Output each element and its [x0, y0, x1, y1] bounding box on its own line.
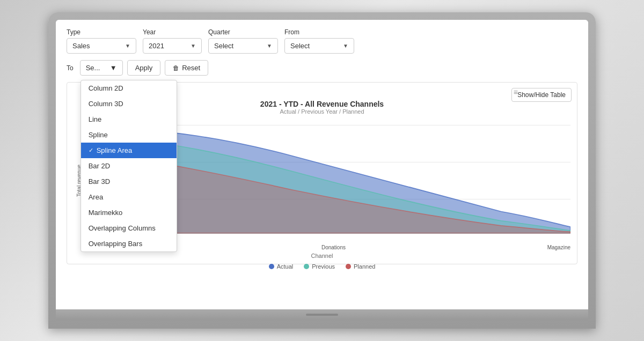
app-container: Type Sales ▼ Year 2021 ▼ Quarter	[56, 20, 588, 309]
legend-dot-actual	[269, 264, 274, 269]
chart-legend: Actual Previous Planned	[74, 263, 570, 270]
dropdown-item-line[interactable]: Line	[81, 112, 177, 127]
to-label: To	[67, 64, 74, 72]
to-value: Se...	[86, 64, 100, 72]
laptop-bottom	[56, 309, 588, 320]
legend-dot-previous	[304, 264, 309, 269]
dropdown-item-column-2d-label: Column 2D	[89, 84, 123, 92]
from-value: Select	[290, 42, 310, 50]
chart-menu-icon[interactable]: ≡	[514, 88, 518, 97]
type-select[interactable]: Sales ▼	[67, 38, 136, 54]
from-filter-group: From Select ▼	[284, 28, 354, 54]
dropdown-item-line-label: Line	[89, 115, 102, 123]
quarter-select[interactable]: Select ▼	[208, 38, 278, 54]
x-label-donations: Donations	[321, 244, 346, 250]
from-select[interactable]: Select ▼	[284, 38, 354, 54]
apply-button[interactable]: Apply	[127, 60, 161, 76]
laptop-outer: Type Sales ▼ Year 2021 ▼ Quarter	[48, 12, 596, 329]
type-value: Sales	[72, 42, 90, 50]
to-select[interactable]: Se... ▼ Column 2D Column 3D Line	[80, 60, 123, 76]
dropdown-item-bar-3d-label: Bar 3D	[89, 177, 110, 186]
dropdown-item-column-3d[interactable]: Column 3D	[81, 96, 177, 112]
dropdown-item-bar-3d[interactable]: Bar 3D	[81, 174, 177, 189]
dropdown-item-marimekko[interactable]: Marimekko	[81, 205, 177, 220]
from-arrow-icon: ▼	[343, 43, 348, 49]
trash-icon: 🗑	[173, 64, 179, 72]
legend-label-actual: Actual	[277, 263, 294, 270]
from-label: From	[284, 28, 354, 36]
show-hide-table-button[interactable]: Show/Hide Table	[511, 88, 572, 102]
laptop-screen: Type Sales ▼ Year 2021 ▼ Quarter	[56, 20, 588, 309]
dropdown-item-overlapping-columns-label: Overlapping Columns	[89, 224, 156, 232]
dropdown-item-spline-area-label: Spline Area	[97, 146, 133, 154]
legend-item-actual: Actual	[269, 263, 294, 270]
year-filter-group: Year 2021 ▼	[143, 28, 202, 54]
quarter-value: Select	[214, 42, 233, 50]
legend-label-planned: Planned	[354, 263, 375, 270]
dropdown-item-overlapping-columns[interactable]: Overlapping Columns	[81, 220, 177, 236]
legend-label-previous: Previous	[312, 263, 335, 270]
dropdown-item-overlapping-bars[interactable]: Overlapping Bars	[81, 236, 177, 251]
year-arrow-icon: ▼	[191, 43, 196, 49]
dropdown-item-area-label: Area	[89, 193, 103, 201]
reset-label: Reset	[182, 64, 200, 72]
legend-dot-planned	[346, 264, 351, 269]
quarter-filter-group: Quarter Select ▼	[208, 28, 278, 54]
check-icon: ✓	[89, 147, 93, 154]
dropdown-item-spline-label: Spline	[89, 131, 108, 139]
filter-row-1: Type Sales ▼ Year 2021 ▼ Quarter	[67, 28, 577, 54]
legend-item-previous: Previous	[304, 263, 335, 270]
chart-type-dropdown: Column 2D Column 3D Line Spline ✓	[80, 80, 177, 252]
dropdown-item-bar-2d[interactable]: Bar 2D	[81, 158, 177, 174]
reset-button[interactable]: 🗑 Reset	[165, 60, 208, 76]
filter-row-2: To Se... ▼ Column 2D Column 3D Line	[67, 60, 577, 76]
dropdown-item-area[interactable]: Area	[81, 189, 177, 205]
dropdown-item-bar-2d-label: Bar 2D	[89, 162, 110, 170]
dropdown-item-column-3d-label: Column 3D	[89, 100, 123, 108]
dropdown-item-overlapping-bars-label: Overlapping Bars	[89, 240, 142, 248]
type-filter-group: Type Sales ▼	[67, 28, 136, 54]
quarter-label: Quarter	[208, 28, 278, 36]
legend-item-planned: Planned	[346, 263, 375, 270]
dropdown-item-spline-area[interactable]: ✓ Spline Area	[81, 143, 177, 158]
type-label: Type	[67, 28, 136, 36]
year-value: 2021	[149, 42, 164, 50]
x-axis-title: Channel	[74, 253, 570, 259]
year-label: Year	[143, 28, 202, 36]
dropdown-item-spline[interactable]: Spline	[81, 127, 177, 143]
to-arrow-icon: ▼	[110, 64, 117, 72]
type-arrow-icon: ▼	[125, 43, 130, 49]
laptop-vent	[306, 314, 338, 316]
x-label-magazine: Magazine	[547, 244, 570, 250]
year-select[interactable]: 2021 ▼	[143, 38, 202, 54]
dropdown-item-marimekko-label: Marimekko	[89, 209, 123, 217]
quarter-arrow-icon: ▼	[267, 43, 272, 49]
dropdown-item-column-2d[interactable]: Column 2D	[81, 80, 177, 96]
